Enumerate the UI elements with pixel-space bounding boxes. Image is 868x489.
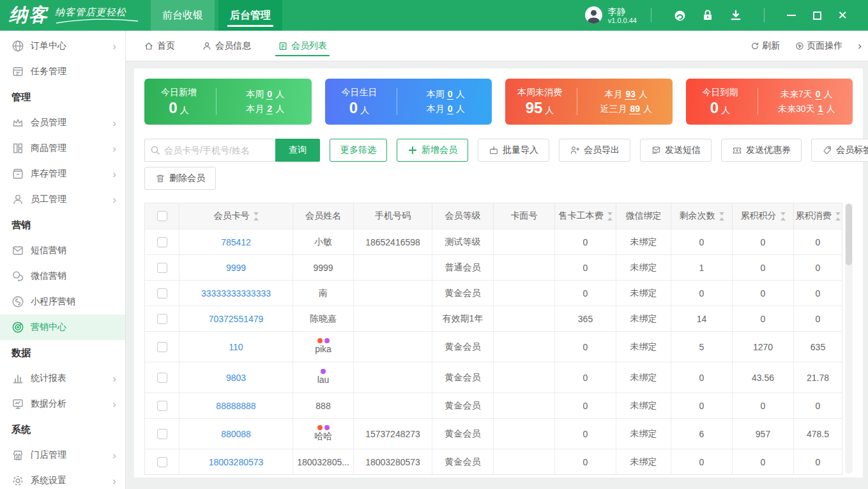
sort-desc-icon (719, 212, 724, 215)
stat-detail-value[interactable]: 2 (266, 104, 273, 114)
page-operations-button[interactable]: 页面操作 (795, 40, 842, 52)
tabbar-chevron-right-icon[interactable]: › (858, 40, 863, 52)
sidebar-item[interactable]: 库存管理› (0, 161, 125, 187)
sidebar-item[interactable]: 员工管理› (0, 187, 125, 212)
row-checkbox-cell (145, 362, 179, 392)
stat-detail-value[interactable]: 89 (629, 104, 641, 114)
cell-phone (354, 332, 432, 362)
cell-card_face (494, 362, 555, 392)
send-coupon-button[interactable]: 发送优惠券 (721, 139, 802, 162)
cell-card_no[interactable]: 9803 (179, 362, 293, 392)
stat-card: 今日生日0人本周0人本月0人 (325, 79, 492, 125)
sort-arrows-icon[interactable] (835, 212, 841, 221)
row-checkbox[interactable] (157, 288, 167, 299)
sidebar-item[interactable]: 商品管理› (0, 136, 125, 161)
column-header-label: 卡面号 (511, 210, 538, 222)
stat-detail-value[interactable]: 93 (625, 89, 636, 100)
row-checkbox[interactable] (157, 342, 167, 352)
cell-card_no[interactable]: 110 (179, 332, 293, 362)
select-all-checkbox[interactable] (157, 211, 167, 221)
stat-card-title: 今日生日 (334, 87, 385, 98)
row-checkbox[interactable] (157, 263, 167, 273)
sidebar-item[interactable]: 短信营销 (0, 238, 125, 263)
minimize-button[interactable] (779, 6, 804, 25)
member-tags-button[interactable]: 会员标签 (811, 139, 868, 162)
tab-active[interactable]: 会员列表 (278, 31, 327, 61)
sidebar-item[interactable]: 统计报表› (0, 366, 125, 391)
sidebar-item[interactable]: 订单中心› (0, 33, 125, 59)
stat-detail-value[interactable]: 1 (818, 104, 824, 114)
cell-card_face (494, 393, 555, 418)
cell-card_no[interactable]: 785412 (179, 229, 293, 254)
stat-detail-unit: 人 (643, 104, 652, 114)
stat-detail-value[interactable]: 0 (815, 89, 821, 100)
lock-icon[interactable] (701, 8, 715, 22)
export-members-button[interactable]: 会员导出 (559, 139, 630, 162)
row-checkbox[interactable] (157, 237, 167, 247)
cell-points: 957 (733, 419, 794, 449)
topnav-button[interactable]: 前台收银 (151, 0, 215, 31)
sidebar-item[interactable]: 任务管理 (0, 59, 125, 84)
stat-detail-value[interactable]: 0 (447, 104, 453, 114)
sidebar-item[interactable]: 营销中心 (0, 314, 125, 340)
customer-service-icon[interactable] (673, 8, 687, 22)
table-scrollbar-thumb[interactable] (846, 204, 852, 265)
sidebar-item[interactable]: 系统设置› (0, 468, 125, 489)
sort-arrows-icon[interactable] (607, 212, 613, 221)
stat-detail-row: 未来30天1人 (778, 104, 835, 115)
more-filters-button[interactable]: 更多筛选 (330, 139, 387, 162)
user-meta: 李静 v1.0.0.44 (608, 6, 637, 25)
cell-card_no[interactable]: 9999 (179, 255, 293, 280)
stat-detail-value[interactable]: 0 (447, 89, 453, 100)
search-button[interactable]: 查询 (275, 139, 320, 162)
column-header[interactable]: 累积积分 (733, 203, 794, 229)
sort-arrows-icon[interactable] (719, 212, 724, 221)
toolbar-row-2: 删除会员 (144, 167, 853, 190)
column-header[interactable]: 剩余次数 (671, 203, 733, 229)
close-button[interactable]: ✕ (830, 6, 855, 25)
refresh-button[interactable]: 刷新 (750, 40, 780, 52)
add-member-button[interactable]: 新增会员 (397, 139, 468, 162)
user-menu[interactable]: 李静 v1.0.0.44 (585, 6, 637, 25)
delete-member-button[interactable]: 删除会员 (144, 167, 216, 190)
column-header[interactable]: 累积消费 (794, 203, 842, 229)
row-checkbox[interactable] (157, 314, 167, 324)
row-checkbox[interactable] (157, 401, 167, 411)
row-checkbox[interactable] (157, 457, 167, 467)
send-sms-button[interactable]: 发送短信 (640, 139, 712, 162)
column-header[interactable]: 会员卡号 (179, 203, 293, 229)
stat-detail-value[interactable]: 0 (266, 89, 273, 100)
row-checkbox-cell (145, 306, 179, 331)
cell-card_no[interactable]: 18003280573 (179, 449, 293, 474)
row-checkbox[interactable] (157, 373, 167, 383)
stat-detail-label: 本月 (246, 104, 264, 114)
sidebar-item[interactable]: 门店管理› (0, 442, 125, 468)
cell-card_no[interactable]: 880088 (179, 419, 293, 449)
search-group: 查询 (144, 139, 320, 162)
sidebar-item[interactable]: 会员管理› (0, 110, 125, 136)
sort-arrows-icon[interactable] (780, 212, 786, 221)
member-list-panel: 今日新增0人本周0人本月2人今日生日0人本周0人本月0人本周未消费95人本月93… (134, 68, 863, 477)
cell-card_no[interactable]: 88888888 (179, 393, 293, 418)
cell-card_no[interactable]: 33333333333333 (179, 281, 293, 306)
column-header[interactable]: 售卡工本费 (555, 203, 616, 229)
member-name-with-tags: 哈哈 (314, 425, 332, 442)
sidebar-item[interactable]: 数据分析› (0, 391, 125, 417)
column-header-label: 累积消费 (796, 210, 832, 222)
topnav-button[interactable]: 后台管理 (218, 0, 282, 31)
sidebar-item-label: 统计报表 (31, 373, 112, 384)
batch-import-button[interactable]: 批量导入 (478, 139, 549, 162)
cell-card_no[interactable]: 70372551479 (179, 306, 293, 331)
column-header: 会员姓名 (293, 203, 354, 229)
tab-item[interactable]: 首页 (144, 31, 175, 61)
chevron-right-icon: › (112, 450, 116, 461)
row-checkbox[interactable] (157, 429, 167, 439)
search-input[interactable] (164, 145, 270, 155)
tab-item[interactable]: 会员信息 (202, 31, 251, 61)
sidebar-item[interactable]: 微信营销 (0, 263, 125, 289)
sidebar-item[interactable]: 小程序营销 (0, 289, 125, 314)
download-icon[interactable] (729, 8, 743, 22)
maximize-button[interactable] (804, 6, 830, 25)
sort-arrows-icon[interactable] (254, 212, 259, 221)
stat-detail-row: 本月0人 (427, 104, 465, 115)
